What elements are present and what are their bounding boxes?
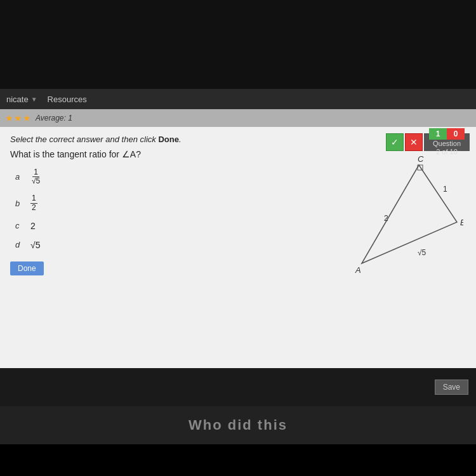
bottom-area: Save [0,368,476,406]
option-d-value: √5 [30,240,40,250]
fraction-b-denominator: 2 [30,204,37,212]
average-label: Average: 1 [36,114,72,122]
side-ac-label: 2 [384,214,388,223]
fraction-a: 1 √5 [30,168,41,185]
score-row: 1 0 [429,128,465,140]
nav-item-resources[interactable]: Resources [48,95,87,104]
question-info-box: 1 0 Question 2 of 10 [424,133,470,151]
x-icon: ✕ [410,137,418,147]
triangle-shape [362,165,457,263]
x-button[interactable]: ✕ [405,133,423,151]
save-button[interactable]: Save [435,380,468,395]
bottom-text-area: Who did this [0,406,476,444]
option-c-letter: c [15,221,25,230]
stars-display: ★★★ [5,113,32,123]
nav-bar: nicate ▼ Resources [0,89,476,109]
triangle-svg: A B C 2 1 √5 [324,152,463,279]
option-a-content: 1 √5 [30,168,41,185]
score-incorrect: 0 [447,128,465,140]
fraction-a-denominator: √5 [30,177,41,185]
fraction-b-numerator: 1 [30,194,37,203]
nav-communicate-arrow: ▼ [31,96,37,103]
option-c-value: 2 [30,221,36,231]
option-d-letter: d [15,240,25,249]
nav-communicate-label: nicate [6,95,29,104]
vertex-a-label: A [355,265,361,275]
done-button[interactable]: Done [10,261,44,275]
top-black-area [0,0,476,89]
option-b-letter: b [15,199,25,208]
option-a-letter: a [15,172,25,182]
option-b-content: 1 2 [30,194,37,211]
fraction-b: 1 2 [30,194,37,211]
nav-resources-label: Resources [48,95,87,104]
triangle-diagram: A B C 2 1 √5 [324,152,463,279]
vertex-b-label: B [460,218,463,227]
nav-item-communicate[interactable]: nicate ▼ [6,95,37,104]
side-ab-label: √5 [418,248,426,257]
check-button[interactable]: ✓ [386,133,404,151]
main-content: ✓ ✕ 1 0 Question 2 of 10 Select the corr… [0,127,476,368]
vertex-c-label: C [418,154,424,164]
score-correct: 1 [429,128,447,140]
check-icon: ✓ [391,137,399,147]
bottom-blurred-label: Who did this [188,417,288,433]
question-controls: ✓ ✕ 1 0 Question 2 of 10 [386,133,470,151]
side-cb-label: 1 [443,185,447,194]
stars-bar: ★★★ Average: 1 [0,109,476,127]
fraction-a-numerator: 1 [32,168,39,177]
